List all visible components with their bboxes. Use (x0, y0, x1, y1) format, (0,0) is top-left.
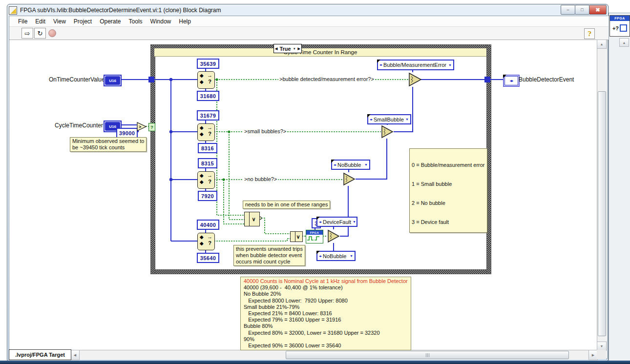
constant-35640[interactable]: 35640 (197, 253, 219, 263)
in-range-node-no-bubble[interactable]: ◆◆→? (197, 171, 215, 189)
maximize-button[interactable]: □ (575, 5, 589, 15)
greater-node[interactable]: > (137, 122, 147, 131)
select-node-2[interactable] (381, 125, 394, 141)
select-node-3[interactable] (343, 172, 356, 188)
comment-prevents-trips: this prevents unwanted trips when bubble… (233, 245, 305, 266)
nominal-line: Expected 8000 Lower: 7920 Upper: 8080 (244, 298, 408, 304)
enum-no-bubble-1[interactable]: ◂▸ NoBubble ▼ (331, 160, 370, 170)
cycle-time-counter-label: CycleTimeCounter (55, 122, 102, 129)
case-prev-icon[interactable]: ◀ (275, 47, 277, 51)
fpga-node-title: FPGA (306, 230, 323, 235)
mapping-line: 2 = No bubble (412, 200, 485, 206)
menu-window[interactable]: Window (147, 18, 175, 25)
select-node-4[interactable] (327, 229, 340, 245)
constant-8315[interactable]: 8315 (198, 158, 217, 168)
scroll-up-icon: ▲ (600, 42, 604, 46)
dropdown-icon[interactable]: ▼ (364, 163, 368, 166)
in-range-node-small-bubble[interactable]: ◆◆→? (197, 123, 215, 141)
case-border-bottom[interactable] (150, 269, 491, 274)
horizontal-scroll-thumb[interactable] (286, 351, 569, 359)
minimize-button[interactable]: – (561, 5, 575, 15)
enum-value: Bubble/MeasurementError (383, 62, 446, 68)
menu-view[interactable]: View (49, 18, 70, 25)
scroll-left-button[interactable]: ◀ (70, 350, 80, 360)
dropdown-icon[interactable]: ▼ (353, 220, 356, 223)
title-bar[interactable]: FPGA subVIs.lvlib:BubbleDetectorDetermin… (9, 5, 560, 16)
enum-device-fault[interactable]: ◂▸ DeviceFault ▼ (316, 217, 357, 227)
constant-40400[interactable]: 40400 (197, 220, 219, 230)
context-help-button[interactable]: ? (584, 28, 595, 39)
bubble-detector-event-terminal[interactable]: ◂▸ (503, 75, 520, 87)
case-dropdown-icon[interactable]: ▼ (293, 47, 296, 50)
background-window-edge (609, 13, 630, 362)
case-next-icon[interactable]: ▶ (298, 47, 300, 51)
constant-39000[interactable]: 39000 (116, 128, 138, 138)
enum-value: NoBubble (337, 162, 361, 168)
run-continuous-button[interactable]: ↻ (34, 28, 46, 39)
scroll-right-icon: ▶ (592, 353, 594, 357)
bubble-detector-event-label: BubbleDetectorEvent (519, 76, 574, 83)
case-selector[interactable]: ◀ True ▼ ▶ (273, 44, 302, 53)
menu-project[interactable]: Project (70, 18, 96, 25)
execution-target-label: .lvproj/FPGA Target (15, 352, 65, 358)
corner-fold-icon (367, 114, 371, 118)
constant-8316[interactable]: 8316 (198, 143, 217, 153)
question-icon: ? (208, 179, 211, 184)
corner-fold-icon (377, 60, 380, 63)
fpga-subvi-node[interactable]: FPGA (306, 230, 323, 243)
compound-or-node[interactable]: ∨ (244, 212, 260, 226)
toolbar: ⇨ ↻ (9, 27, 618, 40)
resize-grip[interactable] (597, 350, 606, 359)
help-icon: ? (588, 30, 591, 38)
execution-target-indicator[interactable]: .lvproj/FPGA Target (9, 349, 71, 360)
or-inputs (291, 232, 295, 242)
enum-no-bubble-2[interactable]: ◂▸ NoBubble ▼ (316, 251, 356, 261)
close-icon: ✖ (595, 7, 600, 13)
in-range-node-bubble[interactable]: ◆◆→? (197, 71, 215, 89)
menu-file[interactable]: File (14, 18, 31, 25)
abort-button[interactable] (47, 28, 58, 38)
nominal-title: 40000 Counts is Nominal Cycle at 1 kHz s… (244, 278, 408, 284)
dropdown-icon[interactable]: ▼ (405, 118, 409, 121)
constant-7920[interactable]: 7920 (198, 191, 217, 201)
coerce-arrow-icon: → (207, 234, 212, 240)
menu-operate[interactable]: Operate (96, 18, 125, 25)
on-time-counter-terminal[interactable]: U16 (104, 75, 122, 86)
menu-edit[interactable]: Edit (31, 18, 49, 25)
dropdown-icon[interactable]: ▼ (350, 254, 353, 258)
question-icon: ? (208, 240, 211, 246)
input-tunnel[interactable] (148, 77, 154, 82)
enum-small-bubble[interactable]: ◂▸ SmallBubble ▼ (367, 114, 411, 124)
enum-value: NoBubble (323, 253, 346, 259)
fpga-badge-icon (620, 24, 627, 32)
case-selector-tunnel[interactable]: ? (148, 123, 155, 131)
enum-bubble-measurement-error[interactable]: ◂▸ Bubble/MeasurementError ▼ (377, 60, 454, 70)
nominal-line: Small bubble 21%-79% (244, 304, 408, 310)
menu-help[interactable]: Help (175, 18, 195, 25)
u16-type-text: U16 (105, 76, 120, 85)
run-button[interactable]: ⇨ (21, 28, 33, 39)
window-title: FPGA subVIs.lvlib:BubbleDetectorDetermin… (20, 7, 221, 14)
or-node[interactable]: ∨ (290, 231, 303, 242)
constant-35639[interactable]: 35639 (197, 59, 219, 69)
constant-31680[interactable]: 31680 (197, 91, 219, 101)
menu-tools[interactable]: Tools (125, 18, 147, 25)
fpga-badge-glyph: +? (612, 25, 619, 31)
coerce-arrow-icon: → (207, 72, 212, 78)
in-range-node-mid-cycle[interactable]: ◆◆→? (197, 233, 215, 250)
close-button[interactable]: ✖ (589, 5, 607, 15)
nominal-line: Bubble 80% (244, 323, 408, 329)
output-tunnel[interactable] (484, 77, 490, 82)
dropdown-icon[interactable]: ▼ (448, 63, 452, 67)
scroll-down-icon: ▼ (600, 344, 604, 348)
vi-icon (9, 6, 17, 15)
corner-fold-icon (316, 217, 320, 220)
coerce-arrow-icon: → (207, 172, 212, 178)
scroll-up-button[interactable]: ▲ (597, 40, 607, 49)
enum-icon: ◂▸ (319, 254, 321, 258)
constant-31679[interactable]: 31679 (197, 110, 219, 121)
vertical-scroll-thumb[interactable] (598, 91, 606, 336)
select-node-1[interactable] (408, 72, 422, 89)
maximize-icon: □ (581, 7, 583, 12)
diamond-icon: ◆ (200, 234, 204, 240)
